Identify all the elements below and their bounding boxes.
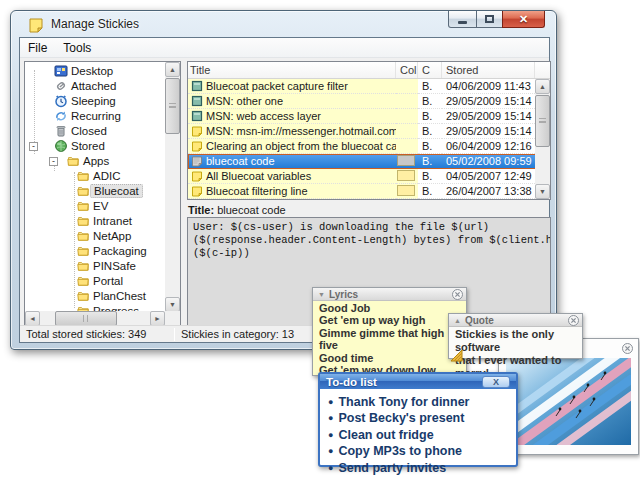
bullet-icon: ● — [328, 446, 333, 456]
tree-item-bluecoat[interactable]: Bluecoat — [25, 184, 165, 199]
folder-icon — [76, 214, 90, 228]
list-row[interactable]: Bluecoat packet capture filterB.04/06/20… — [188, 79, 550, 94]
todo-item: ●Thank Tony for dinner — [328, 394, 508, 410]
todo-titlebar[interactable]: To-do list X — [320, 374, 516, 389]
scroll-down-arrow[interactable]: ▼ — [165, 297, 180, 312]
scroll-up-arrow[interactable]: ▲ — [165, 62, 180, 77]
row-title-text: MSN: other one — [206, 95, 283, 107]
note-icon — [191, 125, 203, 137]
tree-scroll-thumb[interactable] — [165, 78, 180, 134]
tree-item-label: Desktop — [68, 65, 116, 77]
row-stored-cell: 04/06/2009 11:43 — [442, 79, 535, 94]
category-tree: DesktopAttachedSleepingRecurringClosed-S… — [25, 62, 165, 311]
detail-title-value: bluecoat code — [217, 204, 286, 216]
quote-titlebar[interactable]: ▲ Quote — [449, 314, 582, 327]
tree-horizontal-scrollbar[interactable]: ◄ ► — [25, 311, 165, 326]
row-title-text: MSN: msn-im://messenger.hotmail.com/ — [206, 125, 396, 137]
minimize-button[interactable] — [448, 11, 477, 28]
close-icon[interactable] — [622, 343, 633, 354]
scroll-left-arrow[interactable]: ◄ — [25, 311, 40, 326]
lyrics-line: Good Job — [319, 302, 460, 314]
list-row[interactable]: bluecoat codeB.05/02/2008 09:59 — [188, 154, 550, 169]
folder-icon — [76, 229, 90, 243]
close-icon[interactable] — [452, 289, 463, 300]
tree-item-sleeping[interactable]: Sleeping — [25, 94, 165, 109]
lyrics-sticky-note[interactable]: ▼ Lyrics Good JobGet 'em up way highGimm… — [312, 287, 467, 376]
row-title-cell: MSN: msn-im://messenger.hotmail.com/ — [188, 124, 396, 139]
todo-sticky-note[interactable]: To-do list X ●Thank Tony for dinner●Post… — [318, 372, 518, 467]
window-title: Manage Stickies — [51, 17, 139, 31]
lyrics-line: Get 'em up way high — [319, 314, 460, 326]
row-color-cell — [396, 169, 418, 184]
manage-stickies-window: Manage Stickies ✕ FileTools DesktopAttac… — [10, 10, 557, 350]
list-vertical-scrollbar[interactable]: ▲ ▼ — [535, 79, 550, 199]
column-header-stored[interactable]: Stored — [442, 62, 535, 78]
scroll-down-arrow[interactable]: ▼ — [535, 184, 550, 199]
tree-item-label: Bluecoat — [90, 184, 143, 198]
collapse-triangle-icon[interactable]: ▲ — [454, 317, 461, 324]
lyrics-titlebar[interactable]: ▼ Lyrics — [313, 288, 466, 301]
todo-title: To-do list — [326, 376, 482, 388]
tree-item-adic[interactable]: ADIC — [25, 169, 165, 184]
list-row[interactable]: Clearing an object from the bluecoat cac… — [188, 139, 550, 154]
menu-tools[interactable]: Tools — [55, 38, 99, 57]
tree-item-intranet[interactable]: Intranet — [25, 214, 165, 229]
column-header-c[interactable]: C — [418, 62, 442, 78]
tree-item-label: EV — [90, 200, 111, 212]
row-stored-cell: 29/05/2009 15:14 — [442, 124, 535, 139]
square-icon — [191, 95, 203, 107]
close-icon: ✕ — [519, 13, 528, 26]
list-row[interactable]: MSN: other oneB.29/05/2009 15:14 — [188, 94, 550, 109]
row-c-cell: B. — [418, 124, 442, 139]
tree-item-planchest[interactable]: PlanChest — [25, 289, 165, 304]
tree-item-packaging[interactable]: Packaging — [25, 244, 165, 259]
tree-expander-icon[interactable]: - — [49, 157, 58, 166]
collapse-triangle-icon[interactable]: ▼ — [318, 291, 325, 298]
row-stored-cell: 29/05/2009 15:14 — [442, 94, 535, 109]
scroll-up-arrow[interactable]: ▲ — [535, 79, 550, 94]
tree-item-pinsafe[interactable]: PINSafe — [25, 259, 165, 274]
recurring-icon — [54, 109, 68, 123]
tree-item-desktop[interactable]: Desktop — [25, 64, 165, 79]
tree-item-netapp[interactable]: NetApp — [25, 229, 165, 244]
maximize-button[interactable] — [476, 11, 503, 28]
tree-vertical-scrollbar[interactable]: ▲ ▼ — [165, 62, 180, 312]
list-row[interactable]: All Bluecoat variablesB.04/05/2007 12:49 — [188, 169, 550, 184]
paperclip-icon — [54, 79, 68, 93]
tree-item-recurring[interactable]: Recurring — [25, 109, 165, 124]
desktop-icon — [54, 64, 68, 78]
row-color-cell — [396, 184, 418, 199]
tree-item-portal[interactable]: Portal — [25, 274, 165, 289]
tree-item-progress[interactable]: Progress — [25, 304, 165, 311]
list-row[interactable]: Bluecoat filtering lineB.26/04/2007 13:3… — [188, 184, 550, 199]
tree-item-apps[interactable]: -Apps — [25, 154, 165, 169]
tree-item-ev[interactable]: EV — [25, 199, 165, 214]
scroll-right-arrow[interactable]: ► — [150, 311, 165, 326]
quote-sticky-note[interactable]: ▲ Quote Stickies is the only softwaretha… — [448, 313, 583, 359]
todo-item: ●Copy MP3s to phone — [328, 443, 508, 459]
list-scroll-thumb[interactable] — [535, 95, 550, 147]
scrollbar-corner — [165, 311, 180, 326]
row-stored-cell: 06/04/2009 12:16 — [442, 139, 535, 154]
todo-item: ●Clean out fridge — [328, 427, 508, 443]
close-button[interactable]: X — [482, 376, 510, 388]
tree-item-stored[interactable]: -Stored — [25, 139, 165, 154]
menu-file[interactable]: File — [20, 38, 55, 57]
tree-expander-icon[interactable]: - — [29, 142, 38, 151]
column-header-col[interactable]: Col — [396, 62, 418, 78]
tree-hscroll-thumb[interactable] — [55, 311, 117, 326]
tree-item-label: Recurring — [68, 110, 124, 122]
list-row[interactable]: MSN: msn-im://messenger.hotmail.com/B.29… — [188, 124, 550, 139]
close-icon[interactable] — [568, 315, 579, 326]
list-row[interactable]: MSN: web access layerB.29/05/2009 15:14 — [188, 109, 550, 124]
status-total: Total stored stickies: 349 — [20, 328, 174, 340]
column-header-title[interactable]: Title — [188, 62, 396, 78]
lyrics-title: Lyrics — [329, 289, 452, 300]
row-title-text: Bluecoat filtering line — [206, 185, 308, 197]
tree-item-attached[interactable]: Attached — [25, 79, 165, 94]
lyrics-line: Good time — [319, 352, 460, 364]
color-swatch — [397, 185, 415, 196]
title-bar[interactable]: Manage Stickies ✕ — [11, 11, 556, 37]
tree-item-closed[interactable]: Closed — [25, 124, 165, 139]
close-button[interactable]: ✕ — [502, 11, 545, 28]
